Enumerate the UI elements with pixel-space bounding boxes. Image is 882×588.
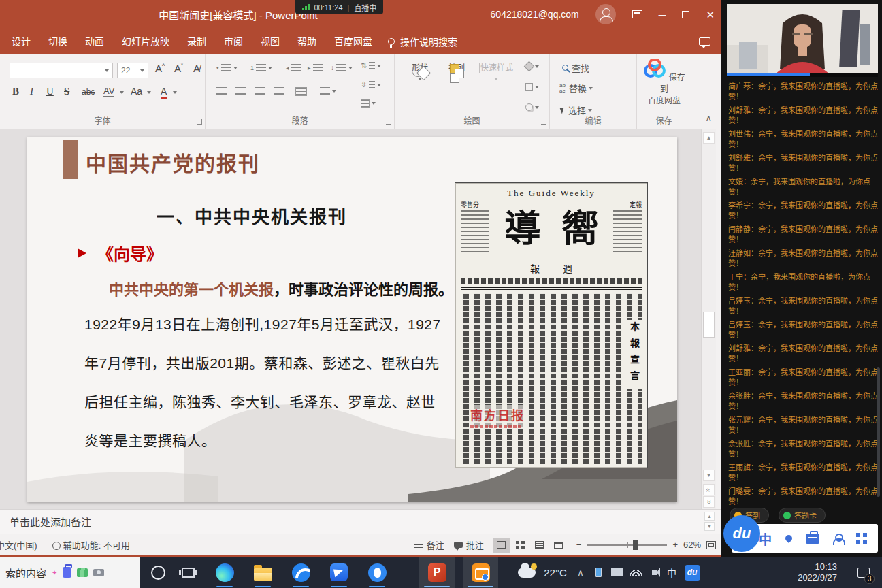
scroll-up-button[interactable]: ▲	[703, 132, 715, 144]
collapse-ribbon-button[interactable]: ∧	[705, 113, 712, 123]
reading-view-button[interactable]	[532, 538, 548, 553]
align-right-button[interactable]	[255, 87, 265, 95]
tab-transitions[interactable]: 切换	[39, 29, 76, 54]
body-text[interactable]: 1922年9月13日在上海创刊,1927年5月迁至武汉，1927 年7月停刊，共…	[84, 305, 441, 460]
user-icon[interactable]	[833, 534, 843, 543]
replace-button[interactable]: abac替换	[559, 82, 593, 95]
tray-ime-indicator[interactable]: 中	[663, 557, 681, 588]
slide-subtitle[interactable]: 一、中共中央机关报刊	[157, 203, 347, 228]
previous-slide-button[interactable]: «	[703, 484, 715, 495]
drawing-dialog-launcher[interactable]	[541, 119, 546, 125]
tab-design[interactable]: 设计	[3, 29, 39, 54]
normal-view-button[interactable]	[493, 538, 510, 553]
tab-help[interactable]: 帮助	[289, 29, 325, 54]
zoom-out-button[interactable]: −	[576, 540, 582, 550]
taskbar-baidu-live[interactable]	[463, 557, 498, 588]
italic-button[interactable]: I	[30, 86, 33, 97]
language-indicator[interactable]: 中文(中国)	[0, 538, 37, 551]
tab-baidu-netdisk[interactable]: 百度网盘	[325, 29, 381, 54]
slide-scrollbar[interactable]: ▲ ▼ « «	[701, 129, 716, 509]
ribbon-display-options-icon[interactable]	[632, 10, 642, 18]
weather-button[interactable]	[514, 557, 539, 588]
zoom-percentage[interactable]: 62%	[683, 540, 701, 550]
tray-volume-icon[interactable]	[645, 557, 663, 588]
line-spacing-button[interactable]: ↕	[331, 64, 353, 71]
lead-sentence[interactable]: 中共中央的第一个机关报，时事政治评论性的周报。	[109, 277, 453, 299]
distribute-button[interactable]	[295, 87, 307, 96]
notes-pane[interactable]: 单击此处添加备注 ▲▼	[0, 509, 721, 534]
bullet-title[interactable]: 《向导》	[97, 241, 163, 265]
clear-formatting-button[interactable]: A̸	[193, 63, 200, 74]
taskbar-bluebird-app[interactable]	[323, 557, 355, 588]
notification-center-button[interactable]: 3	[858, 557, 870, 588]
weather-temperature[interactable]: 22°C	[539, 557, 572, 588]
taskbar-clock[interactable]: 10:13 2022/9/27	[798, 557, 837, 588]
font-name-combobox[interactable]	[10, 63, 113, 78]
font-color-button[interactable]: A	[161, 86, 167, 99]
next-slide-button[interactable]: «	[703, 496, 715, 508]
align-text-button[interactable]: ⇳	[361, 80, 381, 89]
slide-sorter-view-button[interactable]	[512, 538, 529, 553]
tab-review[interactable]: 审阅	[215, 29, 252, 54]
smartart-convert-button[interactable]	[361, 99, 376, 108]
text-direction-button[interactable]: ⇅	[361, 61, 381, 70]
minimize-button[interactable]: ─	[659, 10, 666, 20]
video-progress-bar[interactable]	[727, 74, 878, 77]
tray-wifi-icon[interactable]	[626, 557, 645, 588]
notes-scroll-buttons[interactable]: ▲▼	[704, 512, 715, 531]
zoom-in-button[interactable]: +	[672, 540, 678, 550]
decrease-indent-button[interactable]: ◂	[286, 64, 301, 71]
shape-outline-button[interactable]	[525, 83, 539, 91]
task-view-button[interactable]	[173, 557, 203, 588]
maximize-button[interactable]	[682, 11, 689, 18]
scrollbar-thumb[interactable]	[703, 312, 715, 338]
account-email[interactable]: 604218021@qq.com	[491, 9, 579, 20]
font-dialog-launcher[interactable]	[197, 119, 202, 125]
character-spacing-button[interactable]: AV	[103, 86, 114, 97]
tab-view[interactable]: 视图	[252, 29, 289, 54]
ime-chinese-mode-icon[interactable]: 中	[759, 529, 772, 548]
chat-scrollbar[interactable]	[877, 368, 880, 497]
find-button[interactable]: 查找	[562, 61, 589, 74]
account-avatar[interactable]	[595, 4, 616, 24]
underline-button[interactable]: U	[46, 86, 54, 97]
tray-baidu-du-badge[interactable]: du	[682, 557, 702, 588]
change-case-button[interactable]: Aa	[131, 86, 142, 97]
fit-slide-to-window-button[interactable]	[706, 541, 716, 549]
taskbar-file-explorer[interactable]	[246, 557, 279, 588]
grow-font-button[interactable]: A^	[155, 63, 165, 74]
shape-effects-button[interactable]	[525, 103, 539, 111]
tray-device-icon[interactable]	[607, 557, 626, 588]
shadow-strike-button[interactable]: S	[64, 86, 69, 97]
taskbar-qq[interactable]	[361, 557, 393, 588]
bullets-button[interactable]: •	[216, 64, 238, 71]
close-button[interactable]: ✕	[706, 10, 715, 20]
justify-button[interactable]	[274, 87, 284, 95]
tab-animations[interactable]: 动画	[76, 29, 113, 54]
baidu-du-logo[interactable]: du	[723, 515, 760, 552]
tab-record[interactable]: 录制	[178, 29, 215, 54]
slide-canvas[interactable]: 中国共产党的报刊 一、中共中央机关报刊 《向导》 中共中央的第一个机关报，时事政…	[27, 137, 677, 502]
location-pin-icon[interactable]	[784, 534, 794, 543]
cortana-button[interactable]	[144, 557, 172, 588]
bold-button[interactable]: B	[12, 86, 19, 97]
zoom-slider[interactable]	[587, 544, 667, 546]
shrink-font-button[interactable]: Aˇ	[174, 63, 183, 74]
tray-expand-chevron[interactable]: ∧	[572, 557, 589, 588]
save-to-baidu-netdisk-button[interactable]: 保存到百度网盘	[641, 59, 687, 105]
answer-card-button[interactable]: 答题卡	[779, 508, 826, 523]
arrange-button[interactable]: 排列	[441, 61, 472, 82]
comments-toggle-button[interactable]: 批注	[454, 538, 484, 551]
increase-indent-button[interactable]: ▸	[308, 64, 323, 71]
app-grid-icon[interactable]	[856, 533, 867, 544]
taskbar-qq-browser[interactable]	[284, 557, 317, 588]
slideshow-button[interactable]	[551, 538, 567, 553]
paragraph-dialog-launcher[interactable]	[386, 119, 391, 125]
tab-slideshow[interactable]: 幻灯片放映	[113, 29, 178, 54]
presenter-webcam-video[interactable]	[727, 4, 878, 75]
quick-styles-button[interactable]: 快速样式	[475, 61, 517, 82]
numbering-button[interactable]: 1	[250, 64, 272, 71]
tray-usb-icon[interactable]	[589, 557, 607, 588]
taskbar-powerpoint[interactable]: P	[419, 557, 455, 588]
accessibility-status[interactable]: 辅助功能: 不可用	[52, 538, 130, 551]
